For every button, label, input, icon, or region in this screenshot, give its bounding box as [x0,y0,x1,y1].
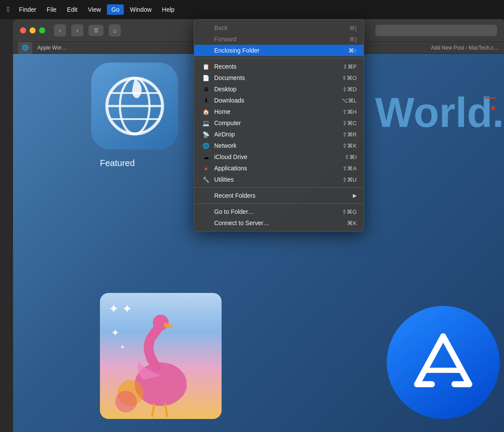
flamingo-svg: ✦ ✦ [104,315,217,419]
sparkle-icon: ✦ ✦ [109,302,132,316]
computer-icon: 💻 [201,120,211,126]
applications-icon: 🔺 [201,165,211,172]
menu-edit[interactable]: Edit [63,4,82,15]
menu-item-recent-folders[interactable]: Recent Folders ▶ [194,190,364,201]
svg-point-6 [153,315,169,330]
recents-icon: 📋 [201,63,211,70]
downloads-label: Downloads [214,97,338,104]
menu-item-icloud[interactable]: ☁ iCloud Drive ⇧⌘I [194,151,364,163]
applications-label: Applications [214,165,339,172]
menu-item-documents[interactable]: 📄 Documents ⇧⌘O [194,72,364,83]
minimize-button[interactable] [30,27,36,33]
app-store-icon-container [387,306,500,419]
breadcrumb-right: Add New Post ‹ MacTech.c… [431,45,504,51]
globe-svg [104,76,165,136]
svg-point-12 [115,391,137,412]
breadcrumb-icon: 🌐 [18,42,32,54]
recent-folders-arrow: ▶ [353,193,357,199]
icloud-shortcut: ⇧⌘I [345,154,357,160]
svg-line-13 [417,336,443,384]
menu-item-applications[interactable]: 🔺 Applications ⇧⌘A [194,163,364,174]
icloud-icon: ☁ [201,154,211,160]
documents-label: Documents [214,74,338,81]
utilities-shortcut: ⇧⌘U [342,176,357,183]
home-button[interactable]: ⌂ [109,24,121,37]
computer-shortcut: ⇧⌘C [342,120,357,126]
menu-item-connect-server[interactable]: Connect to Server… ⌘K [194,217,364,229]
menubar:  Finder File Edit View Go Window Help [0,0,504,19]
separator-3 [194,203,364,204]
separator-1 [194,58,364,59]
network-icon: 🌐 [201,143,211,149]
accent-line [485,97,495,99]
menu-item-goto-folder[interactable]: Go to Folder… ⇧⌘G [194,206,364,217]
forward-shortcut: ⌘] [349,36,357,43]
svg-line-7 [152,404,154,417]
applications-shortcut: ⇧⌘A [342,165,357,172]
menu-item-airdrop[interactable]: 📡 AirDrop ⇧⌘R [194,129,364,140]
go-dropdown-menu: Back ⌘[ Forward ⌘] Enclosing Folder ⌘↑ 📋… [194,19,364,232]
utilities-icon: 🔧 [201,176,211,183]
traffic-lights [20,27,45,33]
back-shortcut: ⌘[ [349,25,357,31]
airdrop-label: AirDrop [214,131,339,138]
menu-item-utilities[interactable]: 🔧 Utilities ⇧⌘U [194,174,364,185]
separator-2 [194,187,364,188]
utilities-label: Utilities [214,176,339,183]
home-menu-icon: 🏠 [201,109,211,115]
menu-item-recents[interactable]: 📋 Recents ⇧⌘F [194,61,364,72]
network-label: Network [214,142,339,149]
downloads-shortcut: ⌥⌘L [342,97,357,104]
menu-item-enclosing-folder[interactable]: Enclosing Folder ⌘↑ [194,45,364,56]
menu-window[interactable]: Window [126,4,156,15]
menu-item-forward[interactable]: Forward ⌘] [194,33,364,45]
menu-view[interactable]: View [83,4,105,15]
airdrop-shortcut: ⇧⌘R [342,131,357,138]
documents-icon: 📄 [201,75,211,81]
recent-folders-label: Recent Folders [214,192,349,199]
back-label: Back [214,24,346,31]
goto-folder-label: Go to Folder… [214,208,338,215]
downloads-icon: ⬇ [201,97,211,104]
desktop-shortcut: ⇧⌘D [342,86,357,93]
home-label: Home [214,108,339,115]
goto-folder-shortcut: ⇧⌘G [342,209,357,215]
accent-dot [491,106,495,110]
svg-text:✦: ✦ [119,343,125,351]
menu-item-network[interactable]: 🌐 Network ⇧⌘K [194,140,364,151]
menu-finder[interactable]: Finder [15,4,41,15]
menu-item-desktop[interactable]: 🖥 Desktop ⇧⌘D [194,83,364,95]
search-bar[interactable] [375,25,497,36]
desktop-icon: 🖥 [201,86,211,93]
back-button[interactable]: ‹ [54,24,66,37]
forward-label: Forward [214,36,346,43]
enclosing-folder-label: Enclosing Folder [214,47,345,54]
breadcrumb-left: Apple Wor… [32,45,72,51]
desktop-label: Desktop [214,86,339,93]
featured-label: Featured [100,158,135,168]
enclosing-folder-shortcut: ⌘↑ [348,47,357,54]
apple-menu[interactable]:  [3,4,13,15]
close-button[interactable] [20,27,26,33]
app-store-svg [413,332,474,393]
connect-server-label: Connect to Server… [214,219,344,226]
menu-item-downloads[interactable]: ⬇ Downloads ⌥⌘L [194,95,364,106]
menu-file[interactable]: File [43,4,61,15]
menu-item-back[interactable]: Back ⌘[ [194,22,364,33]
recents-label: Recents [214,63,339,70]
icloud-label: iCloud Drive [214,153,341,160]
menu-help[interactable]: Help [158,4,179,15]
maximize-button[interactable] [39,27,45,33]
menu-item-home[interactable]: 🏠 Home ⇧⌘H [194,106,364,117]
computer-label: Computer [214,120,339,126]
globe-app-icon [91,63,178,150]
menu-item-computer[interactable]: 💻 Computer ⇧⌘C [194,117,364,129]
svg-text:✦: ✦ [111,327,119,339]
documents-shortcut: ⇧⌘O [342,75,357,81]
sidebar-toggle-button[interactable]: ☰ [89,25,103,36]
world-text: World. [375,89,504,136]
menu-go[interactable]: Go [107,4,124,15]
connect-server-shortcut: ⌘K [347,220,357,226]
svg-line-8 [165,404,167,417]
forward-button[interactable]: › [71,24,83,37]
